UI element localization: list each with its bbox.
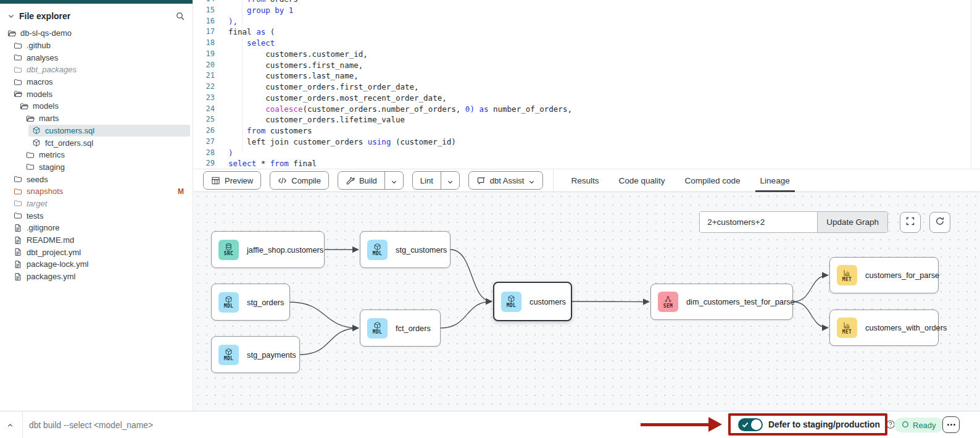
cube-badge: MDL [501,292,521,312]
chevron-down-icon [391,177,397,184]
tree-item-readme.md[interactable]: README.md [10,234,190,246]
folder-icon [26,162,35,171]
lint-button[interactable]: Lint [412,171,460,190]
folder-open-icon [14,90,22,98]
file-icon [14,260,22,269]
chevron-down-icon [447,177,454,184]
line-number: 28 [194,148,222,159]
line-number: 25 [194,114,222,125]
code-line-27: 27 left join customer_orders using (cust… [194,137,980,148]
tree-item-label: dbt_project.yml [27,248,81,257]
tree-item-label: .github [27,41,51,50]
expand-command-bar-chevron[interactable] [6,421,14,429]
tree-item-label: metrics [39,150,65,159]
code-line-22: 22 customer_orders.first_order_date, [194,82,980,93]
tree-item-metrics[interactable]: metrics [22,149,190,161]
status-ready-badge[interactable]: Ready [894,418,944,432]
status-bar: Defer to staging/production Ready [0,411,980,438]
lineage-node-stg_customers[interactable]: MDLstg_customers [360,231,451,268]
tree-item-tests[interactable]: tests [10,209,190,222]
tree-item-target[interactable]: target [10,198,190,210]
lineage-node-customers_with_orders[interactable]: METcustomers_with_orders [829,310,939,346]
chevron-down-icon[interactable] [7,12,15,20]
tree-item-db-sl-qs-demo[interactable]: db-sl-qs-demo [4,27,190,40]
tree-item-label: macros [27,77,53,86]
tree-item-.github[interactable]: .github [10,40,190,52]
lineage-selector-input[interactable] [700,212,817,232]
node-label: fct_orders [396,324,431,333]
tab-results[interactable]: Results [570,169,600,192]
tree-item-marts[interactable]: marts [22,112,190,125]
tree-item-macros[interactable]: macros [10,76,190,88]
update-graph-button[interactable]: Update Graph [817,212,887,232]
code-line-16: 16), [194,16,980,27]
node-label: customers_with_orders [865,323,947,332]
more-menu-button[interactable] [942,416,960,433]
tab-code-quality[interactable]: Code quality [617,169,666,192]
dbt-ide-window: File explorer db-sl-qs-demo.githubanalys… [0,0,980,438]
line-number: 22 [194,82,222,93]
statusbar-divider [22,411,23,438]
tree-item-label: dbt_packages [27,65,77,74]
lineage-canvas[interactable]: SRCjaffle_shop.customersMDLstg_customers… [194,192,980,411]
tree-item-.gitignore[interactable]: .gitignore [10,222,190,234]
toolbar-divider [553,169,554,192]
lineage-node-dim_customers_test_for_parse[interactable]: SEMdim_customers_test_for_parse [650,284,793,320]
line-number: 29 [194,158,222,169]
dbt-assist-button[interactable]: dbt Assist [468,171,544,190]
annotation-arrow-head [708,417,722,432]
code-lines: 14 from orders15 group by 116),17final a… [194,0,980,169]
tree-item-package-lock.yml[interactable]: package-lock.yml [10,258,190,271]
tree-item-dbt-project.yml[interactable]: dbt_project.yml [10,246,190,258]
tree-item-customers.sql[interactable]: customers.sql [28,125,190,137]
wrench-icon [346,176,355,185]
defer-label: Defer to staging/production [768,420,880,429]
lineage-node-fct_orders[interactable]: MDLfct_orders [360,310,441,347]
refresh-button[interactable] [929,212,950,233]
tab-lineage[interactable]: Lineage [759,169,791,192]
lint-dropdown[interactable] [441,172,459,189]
defer-toggle[interactable] [738,418,763,431]
tree-item-models[interactable]: models [16,100,190,112]
line-number: 27 [194,137,222,148]
folder-icon [14,65,22,74]
code-line-18: 18 select [194,38,980,49]
folder-icon [14,199,22,208]
lineage-node-jaffle_shop_customers[interactable]: SRCjaffle_shop.customers [211,231,325,268]
file-icon [14,248,22,256]
code-line-26: 26 from customers [194,125,980,137]
compile-button[interactable]: Compile [270,171,329,190]
file-tree: db-sl-qs-demo.githubanalysesdbt_packages… [0,27,193,282]
tree-item-snapshots[interactable]: snapshotsM [10,185,190,198]
folder-open-icon [7,29,16,38]
line-number: 17 [194,27,222,38]
tree-item-analyses[interactable]: analyses [10,51,190,64]
tab-compiled-code[interactable]: Compiled code [684,169,742,192]
chevron-down-icon [528,177,535,184]
lineage-node-customers_for_parse[interactable]: METcustomers_for_parse [829,257,939,293]
fullscreen-button[interactable] [900,212,921,233]
tree-item-dbt-packages[interactable]: dbt_packages [10,64,190,76]
lineage-node-stg_payments[interactable]: MDLstg_payments [211,336,300,373]
refresh-icon [935,216,945,228]
tree-item-staging[interactable]: staging [22,161,190,174]
editor-scrollbar[interactable] [971,0,971,169]
lineage-node-customers[interactable]: MDLcustomers [493,282,572,321]
tree-item-packages.yml[interactable]: packages.yml [10,271,190,283]
code-line-28: 28) [194,148,980,159]
search-icon[interactable] [175,11,185,21]
node-label: customers [529,297,566,306]
line-number: 20 [194,60,222,71]
tree-item-seeds[interactable]: seeds [10,173,190,185]
database-badge: SRC [218,240,239,260]
result-tabs: ResultsCode qualityCompiled codeLineage [570,169,791,192]
preview-button[interactable]: Preview [203,171,261,190]
code-editor[interactable]: 14 from orders15 group by 116),17final a… [194,0,980,169]
build-dropdown[interactable] [384,172,403,189]
lineage-node-stg_orders[interactable]: MDLstg_orders [211,284,290,321]
tree-item-models[interactable]: models [10,88,190,100]
file-explorer-header: File explorer [0,4,193,27]
tree-item-fct-orders.sql[interactable]: fct_orders.sql [28,137,190,149]
build-button[interactable]: Build [338,171,404,190]
command-input[interactable] [29,416,412,434]
